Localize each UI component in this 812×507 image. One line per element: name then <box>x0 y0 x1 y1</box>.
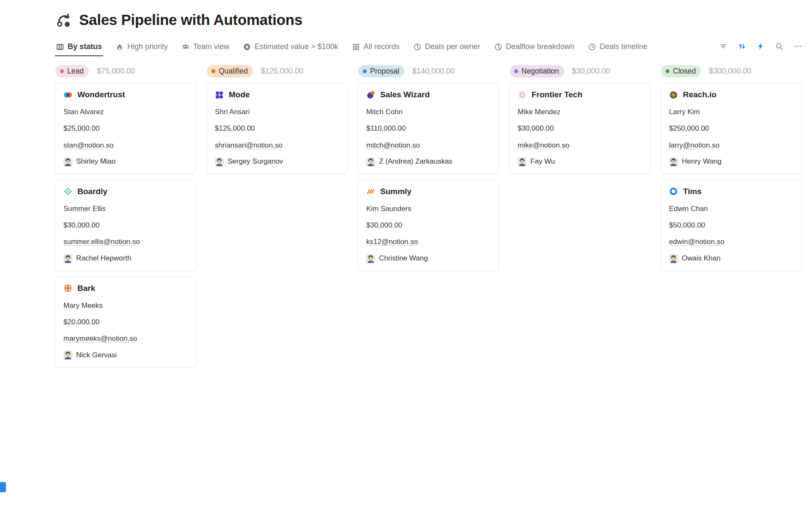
avatar <box>63 157 72 166</box>
sort-icon[interactable] <box>738 42 746 50</box>
card-email-link[interactable]: stan@notion.so <box>63 141 188 150</box>
owner-name: Z (Andrea) Zarkauskas <box>379 157 453 166</box>
card-contact: Mitch Cohn <box>366 107 491 116</box>
search-icon[interactable] <box>775 42 783 50</box>
status-dot-icon <box>666 69 669 73</box>
card-email-link[interactable]: mitch@notion.so <box>366 141 491 150</box>
tab-dealflow-breakdown[interactable]: Dealflow breakdown <box>493 39 576 56</box>
pie-chart-icon <box>414 43 421 51</box>
card-owner[interactable]: Z (Andrea) Zarkauskas <box>366 157 491 166</box>
card-company-name: Reach.io <box>683 90 716 99</box>
column-total: $30,000.00 <box>572 67 610 76</box>
avatar <box>518 157 527 166</box>
owner-name: Sergey Surganov <box>228 157 283 166</box>
deal-card-summly[interactable]: Summly Kim Saunders $30,000.00 ks12@noti… <box>358 180 499 271</box>
card-contact: Shri Ansari <box>215 107 339 116</box>
status-label: Closed <box>673 67 696 76</box>
deal-card-wondertrust[interactable]: Wondertrust Stan Alvarez $25,000.00 stan… <box>55 83 196 174</box>
column-total: $300,000.00 <box>709 67 751 76</box>
owner-name: Fay Wu <box>530 157 555 166</box>
card-email-link[interactable]: ks12@notion.so <box>366 237 491 246</box>
status-badge[interactable]: Proposal <box>358 65 404 77</box>
clock-icon <box>588 43 596 51</box>
column-qualified: Qualified $125,000.00 Mode Shri Ansari $… <box>206 65 348 373</box>
column-proposal: Proposal $140,000.00 Sales Wizard Mitch … <box>358 65 499 373</box>
sales-wizard-logo-icon <box>366 90 375 99</box>
tab-label: Estimated value > $100k <box>255 42 338 51</box>
card-email-link[interactable]: mike@notion.so <box>518 141 642 150</box>
card-value: $25,000.00 <box>63 124 188 133</box>
tab-by-status[interactable]: By status <box>55 39 103 56</box>
wondertrust-logo-icon <box>63 90 72 99</box>
flame-icon <box>116 43 123 51</box>
deal-card-sales-wizard[interactable]: Sales Wizard Mitch Cohn $110,000.00 mitc… <box>358 83 499 174</box>
status-badge[interactable]: Qualified <box>207 65 253 77</box>
status-badge[interactable]: Lead <box>55 65 89 77</box>
card-email-link[interactable]: shriansari@notion.so <box>215 141 339 150</box>
card-email-link[interactable]: larry@notion.so <box>669 141 793 150</box>
column-header: Qualified $125,000.00 <box>206 65 348 77</box>
tab-high-priority[interactable]: High priority <box>115 39 169 56</box>
card-contact: Mike Mendez <box>518 107 642 116</box>
bark-logo-icon <box>63 284 72 293</box>
tab-label: Deals timeline <box>600 42 647 51</box>
tab-team-view[interactable]: Team view <box>181 39 230 56</box>
card-value: $30,000.00 <box>518 124 642 133</box>
frontier-tech-logo-icon <box>518 90 527 99</box>
column-lead: Lead $75,000.00 Wondertrust Stan Alvarez… <box>55 65 196 373</box>
card-owner[interactable]: Henry Wang <box>669 157 793 166</box>
avatar <box>215 157 224 166</box>
tab-label: Deals per owner <box>425 42 480 51</box>
status-badge[interactable]: Closed <box>661 65 701 77</box>
card-value: $30,000.00 <box>366 221 491 230</box>
card-email-link[interactable]: edwin@notion.so <box>669 237 793 246</box>
automation-bolt-icon[interactable] <box>757 42 765 50</box>
deal-card-boardly[interactable]: Boardly Summer Ellis $30,000.00 summer.e… <box>55 180 196 271</box>
card-owner[interactable]: Rachel Hepworth <box>63 254 188 263</box>
column-header: Negotiation $30,000.00 <box>509 65 650 77</box>
view-toolbar <box>719 42 802 53</box>
status-badge[interactable]: Negotiation <box>510 65 564 77</box>
card-owner[interactable]: Nick Gervasi <box>63 351 188 359</box>
avatar <box>366 254 375 263</box>
card-owner[interactable]: Shirley Miao <box>63 157 188 166</box>
status-dot-icon <box>211 69 215 73</box>
deal-card-mode[interactable]: Mode Shri Ansari $125,000.00 shriansari@… <box>206 83 348 174</box>
card-email-link[interactable]: marymeeks@notion.so <box>63 334 188 343</box>
more-icon[interactable] <box>794 42 802 50</box>
deal-card-bark[interactable]: Bark Mary Meeks $20,000.00 marymeeks@not… <box>55 277 196 368</box>
deal-card-frontier-tech[interactable]: Frontier Tech Mike Mendez $30,000.00 mik… <box>509 83 650 174</box>
mode-logo-icon <box>215 90 224 99</box>
page-title: Sales Pipeline with Automations <box>79 11 302 28</box>
card-email-link[interactable]: summer.ellis@notion.so <box>63 237 188 246</box>
card-value: $250,000.00 <box>669 124 793 133</box>
tab-estimated-value[interactable]: Estimated value > $100k <box>242 39 340 56</box>
card-company-name: Bark <box>77 284 95 293</box>
card-owner[interactable]: Sergey Surganov <box>215 157 339 166</box>
card-contact: Edwin Chan <box>669 204 793 213</box>
card-value: $50,000.00 <box>669 221 793 230</box>
tab-deals-timeline[interactable]: Deals timeline <box>587 39 649 56</box>
status-dot-icon <box>363 69 367 73</box>
deal-card-tims[interactable]: Tims Edwin Chan $50,000.00 edwin@notion.… <box>661 180 802 271</box>
card-owner[interactable]: Fay Wu <box>518 157 642 166</box>
card-contact: Summer Ellis <box>63 204 188 213</box>
pie-chart-icon <box>494 43 502 51</box>
status-dot-icon <box>514 69 518 73</box>
team-icon <box>182 43 189 51</box>
card-company-name: Tims <box>683 187 702 196</box>
reach-io-logo-icon <box>669 90 678 99</box>
card-owner[interactable]: Christine Wang <box>366 254 491 263</box>
avatar <box>669 254 678 263</box>
card-company-name: Sales Wizard <box>380 90 430 99</box>
tab-all-records[interactable]: All records <box>351 39 401 56</box>
tab-deals-per-owner[interactable]: Deals per owner <box>412 39 482 56</box>
card-contact: Stan Alvarez <box>63 107 188 116</box>
sales-pipeline-page: Sales Pipeline with Automations By statu… <box>0 0 812 373</box>
status-dot-icon <box>60 69 64 73</box>
status-label: Qualified <box>219 67 248 76</box>
card-owner[interactable]: Owais Khan <box>669 254 793 263</box>
filter-icon[interactable] <box>719 42 727 50</box>
deal-card-reach-io[interactable]: Reach.io Larry Kim $250,000.00 larry@not… <box>661 83 802 174</box>
column-negotiation: Negotiation $30,000.00 Frontier Tech Mik… <box>509 65 650 373</box>
